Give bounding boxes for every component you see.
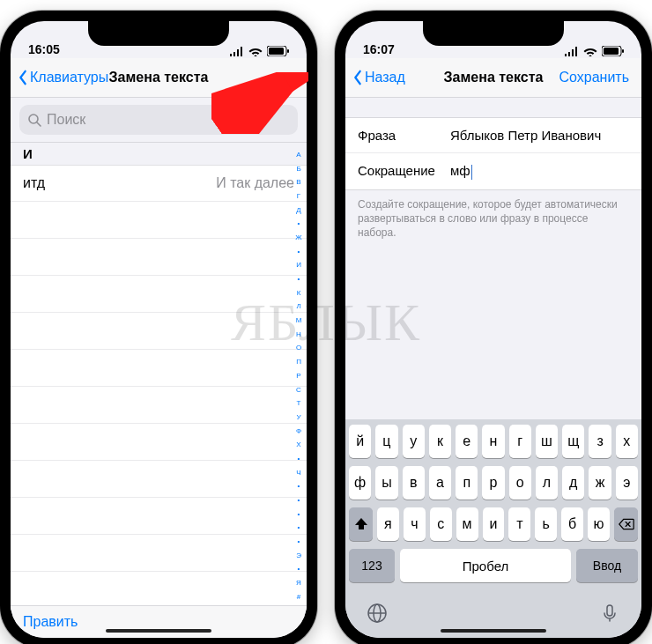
key-п[interactable]: п (456, 466, 478, 500)
svg-rect-13 (607, 605, 612, 616)
save-button[interactable]: Сохранить (559, 70, 634, 85)
list-item[interactable]: итд И так далее (11, 166, 307, 202)
key-р[interactable]: р (482, 466, 504, 500)
space-key[interactable]: Пробел (400, 549, 571, 582)
back-label: Клавиатуры (30, 70, 108, 85)
shortcut-value: мф (450, 163, 629, 180)
key-а[interactable]: а (429, 466, 451, 500)
phrase-value: Яблыков Петр Иванович (450, 128, 629, 143)
key-н[interactable]: н (482, 425, 504, 458)
back-button[interactable]: Клавиатуры (18, 70, 108, 85)
status-time: 16:07 (363, 42, 395, 56)
list-area: И итд И так далее АБВГД•Ж•И•КЛМНОПРСТУФХ… (11, 142, 307, 610)
shortcut-label: Сокращение (358, 163, 450, 180)
dictation-key[interactable] (599, 603, 620, 627)
search-placeholder: Поиск (47, 112, 85, 128)
edit-button[interactable]: Править (23, 614, 78, 630)
globe-icon (367, 603, 388, 624)
svg-rect-8 (604, 48, 619, 55)
search-icon (28, 114, 41, 127)
nav-bar: Клавиатуры Замена текста + (11, 58, 307, 98)
key-ш[interactable]: ш (536, 425, 558, 458)
backspace-icon (619, 516, 634, 532)
notch (88, 21, 229, 46)
mic-icon (599, 603, 620, 624)
key-т[interactable]: т (508, 507, 530, 541)
chevron-left-icon (352, 70, 363, 85)
phone-left: 16:05 Клавиатуры Замена текста + Поиск (0, 11, 317, 644)
form-group: Фраза Яблыков Петр Иванович Сокращение м… (345, 117, 641, 190)
key-к[interactable]: к (429, 425, 451, 458)
backspace-key[interactable] (614, 507, 638, 541)
key-в[interactable]: в (403, 466, 425, 500)
key-с[interactable]: с (430, 507, 452, 541)
svg-line-4 (37, 122, 41, 126)
key-ж[interactable]: ж (589, 466, 611, 500)
home-indicator[interactable] (106, 629, 211, 633)
svg-rect-1 (269, 48, 284, 55)
key-м[interactable]: м (456, 507, 478, 541)
globe-key[interactable] (367, 603, 388, 627)
shortcut-field[interactable]: Сокращение мф (345, 153, 641, 189)
battery-icon (267, 46, 289, 56)
cellular-icon (564, 47, 579, 56)
key-з[interactable]: з (589, 425, 611, 458)
cellular-icon (229, 47, 244, 56)
status-icons (564, 46, 624, 56)
item-label: итд (23, 175, 45, 191)
key-ю[interactable]: ю (588, 507, 610, 541)
key-ц[interactable]: ц (375, 425, 397, 458)
item-value: И так далее (216, 175, 294, 191)
notch (423, 21, 564, 46)
battery-icon (602, 46, 624, 56)
key-г[interactable]: г (509, 425, 531, 458)
wifi-icon (583, 47, 597, 56)
key-е[interactable]: е (456, 425, 478, 458)
key-о[interactable]: о (509, 466, 531, 500)
section-header: И (11, 143, 307, 166)
key-ф[interactable]: ф (349, 466, 371, 500)
status-icons (229, 46, 289, 56)
key-ч[interactable]: ч (404, 507, 426, 541)
status-time: 16:05 (28, 42, 60, 56)
key-и[interactable]: и (483, 507, 505, 541)
add-button[interactable]: + (278, 66, 300, 89)
key-щ[interactable]: щ (562, 425, 584, 458)
key-ь[interactable]: ь (535, 507, 557, 541)
shift-key[interactable] (349, 507, 373, 541)
key-д[interactable]: д (562, 466, 584, 500)
empty-rows (11, 202, 307, 610)
phone-right: 16:07 Назад Замена текста Сохранить Фраз… (335, 11, 652, 644)
key-я[interactable]: я (377, 507, 399, 541)
nav-bar: Назад Замена текста Сохранить (345, 58, 641, 98)
key-ы[interactable]: ы (375, 466, 397, 500)
key-б[interactable]: б (561, 507, 583, 541)
wifi-icon (248, 47, 263, 56)
shift-icon (353, 516, 369, 532)
index-bar[interactable]: АБВГД•Ж•И•КЛМНОПРСТУФХ•Ч•••••Э•Я# (293, 148, 305, 604)
phrase-label: Фраза (358, 128, 450, 143)
svg-rect-2 (287, 49, 289, 53)
svg-rect-9 (622, 49, 624, 53)
home-indicator[interactable] (441, 629, 546, 633)
numbers-key[interactable]: 123 (349, 549, 395, 582)
toolbar: Править (11, 605, 307, 638)
back-button[interactable]: Назад (352, 70, 405, 85)
phrase-field[interactable]: Фраза Яблыков Петр Иванович (345, 118, 641, 153)
keyboard: йцукенгшщзх фывапролджэ ячсмитьбю 123 Пр… (345, 419, 641, 638)
key-л[interactable]: л (536, 466, 558, 500)
key-у[interactable]: у (403, 425, 425, 458)
enter-key[interactable]: Ввод (576, 549, 638, 582)
back-label: Назад (365, 70, 405, 85)
chevron-left-icon (18, 70, 28, 85)
key-х[interactable]: х (616, 425, 638, 458)
search-input[interactable]: Поиск (19, 105, 298, 135)
key-э[interactable]: э (616, 466, 638, 500)
key-й[interactable]: й (349, 425, 371, 458)
hint-text: Создайте сокращение, которое будет автом… (345, 190, 641, 248)
